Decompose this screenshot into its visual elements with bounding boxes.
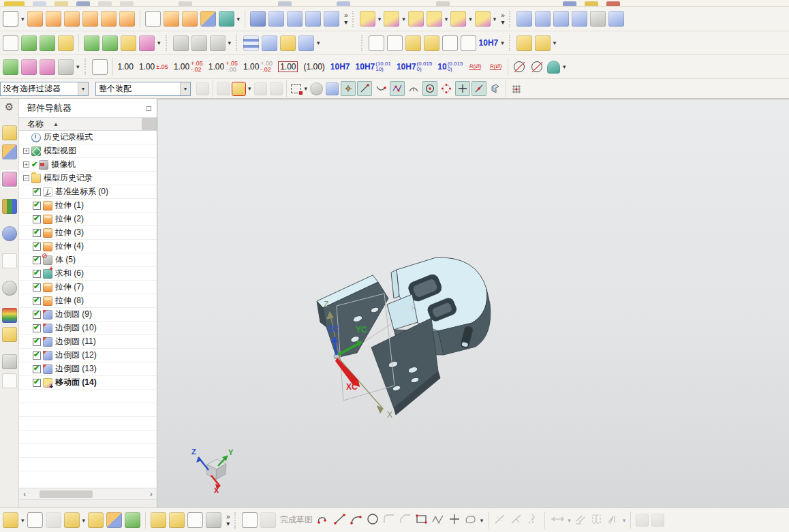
tree-item-body-5[interactable]: 体 (5) bbox=[19, 253, 157, 267]
web-browser-tab[interactable] bbox=[2, 253, 17, 268]
snap-curve-toggle[interactable] bbox=[373, 81, 388, 96]
annotation-note-button[interactable] bbox=[58, 35, 74, 51]
tree-item-history-mode[interactable]: 历史记录模式 bbox=[19, 131, 157, 144]
fit-caret-icon[interactable]: ▾ bbox=[501, 40, 504, 46]
dim-lower-tol[interactable]: 1.00+.00-.02 bbox=[243, 61, 273, 73]
roles-tab[interactable] bbox=[2, 327, 17, 342]
mirror-feature-button[interactable] bbox=[200, 11, 216, 27]
assembly-navigator-tab[interactable] bbox=[2, 125, 17, 140]
point-tool-icon[interactable] bbox=[448, 513, 461, 528]
feature-checkbox[interactable] bbox=[33, 270, 41, 278]
sketch-relations-icon[interactable] bbox=[590, 513, 604, 528]
extrude-button[interactable] bbox=[27, 11, 43, 27]
tree-item-model-views[interactable]: +模型视图 bbox=[19, 144, 157, 158]
double-check-button[interactable] bbox=[3, 59, 18, 75]
feature-checkbox[interactable] bbox=[33, 256, 41, 264]
resize-face-caret-icon[interactable]: ▾ bbox=[493, 16, 497, 22]
rectangle-select-icon[interactable] bbox=[291, 84, 301, 93]
feature-checkbox[interactable] bbox=[33, 297, 41, 305]
help-sliver[interactable] bbox=[563, 1, 576, 6]
delete-face-button[interactable] bbox=[408, 11, 424, 27]
scrollbar-track[interactable] bbox=[30, 490, 146, 499]
print-sliver[interactable] bbox=[98, 1, 112, 6]
product-outline-button[interactable] bbox=[27, 512, 43, 528]
examine-geometry-button[interactable] bbox=[84, 35, 99, 51]
snap-endpoint-toggle[interactable] bbox=[357, 81, 372, 96]
datum-plane-button[interactable] bbox=[145, 11, 161, 27]
section-view-button[interactable] bbox=[173, 35, 189, 51]
add-component-button[interactable] bbox=[64, 512, 80, 528]
feature-checkbox[interactable] bbox=[33, 188, 41, 196]
trim-body-button[interactable] bbox=[268, 11, 284, 27]
adjust-blend-button[interactable] bbox=[384, 11, 399, 27]
marquee-caret-icon[interactable]: ▾ bbox=[305, 85, 308, 92]
quick-trim-icon[interactable] bbox=[493, 513, 507, 528]
tree-item-edge-blend-11[interactable]: 边倒圆 (11) bbox=[19, 335, 157, 349]
snap-existing-point-toggle[interactable] bbox=[455, 81, 470, 96]
window-sliver[interactable] bbox=[337, 1, 350, 6]
find-component-button[interactable] bbox=[3, 512, 18, 528]
dim-reference[interactable]: (1.00) bbox=[303, 62, 324, 72]
show-component-button[interactable] bbox=[46, 512, 61, 528]
pocket-button[interactable] bbox=[101, 11, 117, 27]
pattern-geometry-button[interactable] bbox=[182, 11, 198, 27]
make-corner-icon[interactable] bbox=[526, 513, 540, 528]
label-caret-icon[interactable]: ▾ bbox=[157, 40, 161, 46]
toolbar-grip[interactable] bbox=[509, 35, 512, 51]
object-display-button[interactable] bbox=[3, 35, 18, 51]
feature-checkbox[interactable] bbox=[33, 338, 41, 346]
feature-checkbox[interactable] bbox=[33, 379, 41, 387]
view-sliver[interactable] bbox=[278, 1, 292, 6]
primitives-button[interactable] bbox=[219, 11, 234, 27]
emboss-button[interactable] bbox=[119, 11, 135, 27]
hand-list-button[interactable] bbox=[210, 35, 226, 51]
check-mate-button[interactable] bbox=[102, 35, 118, 51]
tree-item-move-face-14[interactable]: 移动面 (14) bbox=[19, 376, 157, 390]
extension-spring-button[interactable] bbox=[262, 35, 277, 51]
datum-triangle-button[interactable] bbox=[369, 35, 384, 51]
view-orient-button[interactable] bbox=[58, 59, 74, 75]
dim-fit[interactable]: 10H7 bbox=[330, 62, 350, 72]
assembly-overflow[interactable]: »▾ bbox=[226, 514, 230, 527]
copy-selection-button[interactable] bbox=[270, 82, 283, 95]
selection-scope-dropdown[interactable]: 整个装配 ▾ bbox=[95, 82, 191, 96]
fit-10h7-button[interactable]: 10H7 bbox=[479, 38, 499, 48]
boss-button[interactable] bbox=[82, 11, 98, 27]
new-file-sliver[interactable] bbox=[33, 1, 46, 6]
dim-overflow-caret-icon[interactable]: ▾ bbox=[563, 63, 566, 70]
process-studio-tab[interactable] bbox=[2, 308, 17, 323]
line-tool-icon[interactable] bbox=[333, 513, 347, 528]
robot-grid-button[interactable] bbox=[40, 59, 55, 75]
diameter-symbol2-button[interactable] bbox=[531, 61, 542, 72]
system-tools-tab[interactable] bbox=[2, 354, 17, 369]
revolve-button[interactable] bbox=[46, 11, 61, 27]
part-navigator-tab[interactable] bbox=[2, 172, 17, 187]
bounding-body-button[interactable] bbox=[516, 35, 532, 51]
scope-dropdown-arrow-icon[interactable]: ▾ bbox=[180, 82, 190, 95]
scroll-left-icon[interactable]: ‹ bbox=[19, 490, 30, 498]
unite-button[interactable] bbox=[250, 11, 266, 27]
dim-upper-tol[interactable]: 1.00+.05-.00 bbox=[208, 61, 238, 73]
expand-icon[interactable]: + bbox=[23, 148, 29, 154]
toolbar-grip[interactable] bbox=[509, 11, 512, 27]
create-sketch-button[interactable] bbox=[242, 512, 258, 528]
box-caret-icon[interactable]: ▾ bbox=[553, 40, 557, 46]
reuse-library-tab[interactable] bbox=[2, 199, 17, 214]
fit-curve-button[interactable] bbox=[590, 11, 606, 27]
toolbar-grip[interactable] bbox=[352, 11, 355, 27]
tree-item-edge-blend-9[interactable]: 边倒圆 (9) bbox=[19, 308, 157, 322]
highlight-caret-icon[interactable]: ▾ bbox=[248, 85, 251, 92]
move-component-button[interactable] bbox=[88, 512, 104, 528]
copy-face-button[interactable] bbox=[427, 11, 442, 27]
folder-holes-button[interactable] bbox=[424, 35, 439, 51]
panel-float-button[interactable]: □ bbox=[146, 104, 151, 113]
offset-curve-tool-icon[interactable] bbox=[464, 513, 478, 528]
toolbar-grip[interactable] bbox=[84, 59, 87, 75]
snap-controlpoint-toggle[interactable] bbox=[390, 81, 405, 96]
toolbar-grip[interactable] bbox=[166, 35, 168, 51]
ruled-surface-button[interactable] bbox=[516, 11, 532, 27]
shell-button[interactable] bbox=[305, 11, 321, 27]
sort-ascending-icon[interactable]: ▲ bbox=[53, 121, 59, 127]
viewport-canvas[interactable]: ZC YC XC Z X Y Z Y X bbox=[158, 99, 789, 507]
section-caret-icon[interactable]: ▾ bbox=[228, 40, 232, 46]
